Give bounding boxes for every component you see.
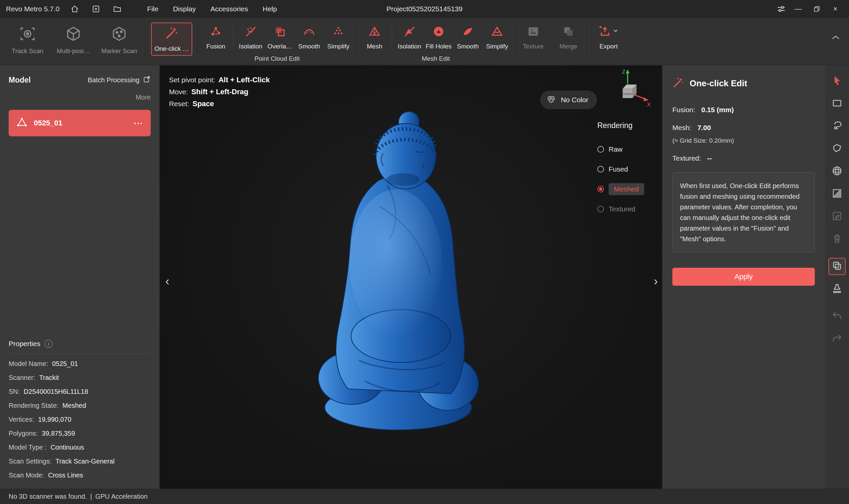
scanned-model-buddha[interactable] (305, 105, 491, 450)
marker-scan-button[interactable]: Marker Scan (96, 21, 142, 58)
property-row-polygons: Polygons:39,875,359 (8, 426, 151, 440)
info-icon[interactable]: i (45, 340, 52, 348)
mesh-button[interactable]: Mesh (360, 21, 389, 50)
track-scan-button[interactable]: Track Scan (5, 21, 50, 58)
merge-button[interactable]: Merge (554, 21, 583, 50)
open-project-icon[interactable] (111, 3, 123, 15)
ribbon-toolbar: Track Scan Multi-posi… Marker Scan (0, 18, 849, 65)
marker-scan-icon (110, 25, 128, 44)
menubar: File Display Accessories Help (141, 2, 283, 16)
pc-smooth-label: Smooth (298, 43, 320, 50)
rendering-option-fused[interactable]: Fused (597, 159, 659, 179)
pc-isolation-button[interactable]: Isolation (236, 21, 265, 50)
minimize-button[interactable]: — (791, 2, 806, 16)
gpu-acceleration-status[interactable]: GPU Acceleration (95, 493, 148, 500)
status-separator: | (90, 493, 92, 500)
magic-wand-icon (672, 77, 684, 90)
ribbon-separator (356, 22, 357, 59)
polygon-select-icon (831, 143, 843, 155)
3d-viewport[interactable]: Set pivot point:Alt + Left-Click Move:Sh… (160, 65, 662, 489)
overlap-label: Overla… (267, 43, 293, 50)
model-sidebar: Model Batch Processing More 0525_01 ••• … (0, 65, 160, 489)
menu-help[interactable]: Help (257, 2, 283, 16)
property-row-vertices: Vertices:19,990,070 (8, 412, 151, 426)
pc-smooth-icon (303, 25, 315, 39)
pc-isolation-label: Isolation (239, 43, 263, 50)
plane-select-button[interactable] (828, 185, 846, 203)
restore-button[interactable] (809, 2, 825, 16)
pc-smooth-button[interactable]: Smooth (295, 21, 324, 50)
stamp-fill-button[interactable] (828, 281, 846, 298)
model-list-item-selected[interactable]: 0525_01 ••• (8, 110, 151, 137)
lasso-select-button[interactable] (828, 118, 846, 135)
mesh-simplify-button[interactable]: Simplify (482, 21, 512, 50)
pc-simplify-button[interactable]: Simplify (324, 21, 353, 50)
multi-position-scan-button[interactable]: Multi-posi… (50, 21, 96, 58)
apply-button[interactable]: Apply (672, 268, 815, 286)
radio-icon-selected (597, 186, 604, 193)
fusion-label: Fusion (206, 43, 225, 50)
mesh-smooth-button[interactable]: Smooth (453, 21, 482, 50)
ribbon-mini-separator (392, 26, 392, 47)
sphere-select-button[interactable] (828, 163, 846, 180)
fill-holes-label: Fill Holes (426, 43, 452, 50)
fusion-button[interactable]: Fusion (201, 21, 230, 50)
property-label: Model Name: (8, 360, 48, 367)
overlap-button[interactable]: Overla… (265, 21, 295, 50)
pc-simplify-icon (332, 25, 345, 39)
mesh-icon (368, 25, 381, 39)
textured-param-value: -- (707, 154, 712, 162)
one-click-group: One-click … (149, 21, 194, 64)
property-value: Continuous (50, 444, 84, 451)
mesh-param-value: 7.00 (697, 124, 711, 131)
batch-processing-label: Batch Processing (88, 76, 139, 84)
close-button[interactable]: × (828, 2, 843, 16)
model-item-menu-icon[interactable]: ••• (134, 121, 143, 126)
axis-gizmo[interactable]: FRONT Z X (608, 67, 654, 114)
property-label: Scan Settings: (8, 457, 51, 465)
collapse-right-panel-button[interactable]: › (651, 274, 661, 288)
batch-processing-icon (143, 75, 151, 85)
undo-button[interactable] (828, 308, 846, 325)
collapse-left-panel-button[interactable]: ‹ (162, 274, 172, 288)
redo-button[interactable] (828, 330, 846, 347)
rendering-option-raw[interactable]: Raw (597, 139, 659, 159)
delete-button[interactable] (828, 231, 846, 248)
menu-display[interactable]: Display (167, 2, 202, 16)
model-section-title: Model (8, 76, 31, 85)
ribbon-collapse-button[interactable] (829, 33, 842, 42)
chevron-down-icon[interactable] (612, 25, 619, 39)
polygon-select-button[interactable] (828, 140, 846, 158)
pc-isolation-icon (244, 25, 257, 39)
fill-holes-button[interactable]: Fill Holes (424, 21, 453, 50)
more-link[interactable]: More (8, 94, 151, 101)
edit-mesh-button[interactable] (828, 208, 846, 225)
menu-file[interactable]: File (141, 2, 164, 16)
hint-value: Space (193, 100, 214, 108)
undo-icon (831, 310, 843, 323)
select-cursor-button[interactable] (828, 73, 846, 90)
home-icon[interactable] (69, 3, 81, 15)
export-group: Export (590, 21, 627, 64)
settings-sliders-icon[interactable] (775, 3, 787, 15)
property-label: Scanner: (8, 374, 35, 381)
property-label: SN: (8, 388, 20, 395)
batch-processing-button[interactable]: Batch Processing (88, 75, 151, 85)
texture-button[interactable]: Texture (519, 21, 548, 50)
selection-toolstrip (825, 65, 849, 489)
rendering-option-meshed[interactable]: Meshed (597, 179, 659, 199)
new-project-icon[interactable] (90, 3, 102, 15)
titlebar: Revo Metro 5.7.0 File Display Accessorie… (0, 0, 849, 18)
mesh-isolation-button[interactable]: Isolation (395, 21, 424, 50)
track-scan-icon (19, 25, 36, 44)
hint-label: Reset: (169, 100, 189, 108)
no-color-toggle[interactable]: No Color (540, 91, 597, 109)
rectangle-select-button[interactable] (828, 95, 846, 112)
one-click-edit-button[interactable]: One-click … (151, 22, 192, 56)
export-button[interactable]: Export (590, 21, 627, 50)
export-icon (599, 25, 611, 39)
menu-accessories[interactable]: Accessories (205, 2, 254, 16)
mesh-simplify-icon (491, 25, 503, 39)
duplicate-button[interactable] (828, 258, 846, 275)
rendering-option-textured[interactable]: Textured (597, 199, 659, 219)
